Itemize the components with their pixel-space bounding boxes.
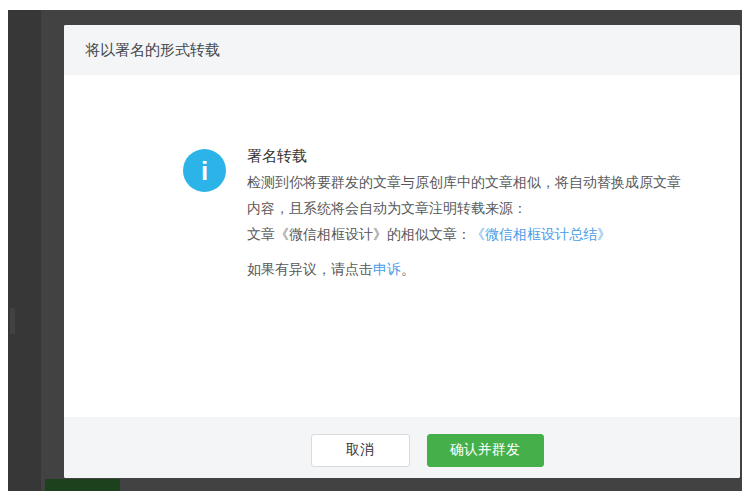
dimmed-sidebar-text [10,308,15,334]
appeal-period: 。 [401,261,415,277]
dialog-footer: 取消 确认并群发 [64,417,740,478]
info-line-3: 文章《微信相框设计》的相似文章：《微信相框设计总结》 [247,221,681,247]
info-icon: i [183,149,226,192]
screen: 将以署名的形式转载 i 署名转载 检测到你将要群发的文章与原创库中的文章相似，将… [0,0,750,497]
dimmed-page-button [45,479,120,491]
similar-article-link[interactable]: 《微信相框设计总结》 [471,226,611,242]
confirm-and-send-button[interactable]: 确认并群发 [427,434,544,467]
appeal-link[interactable]: 申诉 [373,261,401,277]
button-group: 取消 确认并群发 [311,434,544,467]
info-heading: 署名转载 [247,145,681,166]
dimmed-sidebar [8,10,41,491]
info-paragraph: 检测到你将要群发的文章与原创库中的文章相似，将自动替换成原文章 内容，且系统将会… [247,169,681,247]
appeal-line: 如果有异议，请点击申诉。 [247,256,681,282]
info-text-block: 署名转载 检测到你将要群发的文章与原创库中的文章相似，将自动替换成原文章 内容，… [247,145,681,282]
repost-confirm-dialog: 将以署名的形式转载 i 署名转载 检测到你将要群发的文章与原创库中的文章相似，将… [64,25,740,478]
info-line-1: 检测到你将要群发的文章与原创库中的文章相似，将自动替换成原文章 [247,169,681,195]
appeal-text: 如果有异议，请点击 [247,261,373,277]
dialog-header: 将以署名的形式转载 [64,25,740,75]
info-row: i 署名转载 检测到你将要群发的文章与原创库中的文章相似，将自动替换成原文章 内… [64,75,740,282]
cancel-button[interactable]: 取消 [311,434,410,467]
dialog-title: 将以署名的形式转载 [85,41,220,60]
info-line-2: 内容，且系统将会自动为文章注明转载来源： [247,195,681,221]
similar-article-label: 文章《微信相框设计》的相似文章： [247,226,471,242]
dialog-body: i 署名转载 检测到你将要群发的文章与原创库中的文章相似，将自动替换成原文章 内… [64,75,740,417]
